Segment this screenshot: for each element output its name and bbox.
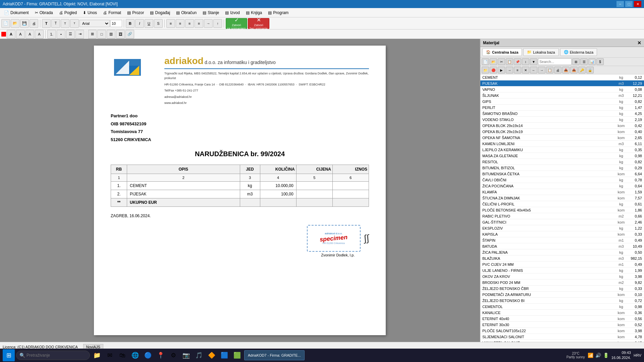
save-close-button[interactable]: ✓ Zatvorisa snimanjem (226, 18, 247, 29)
align-left-button[interactable]: ≡ (166, 19, 175, 28)
tab-centralna[interactable]: 🏠 Centralna baza (482, 48, 522, 56)
close-button[interactable]: ✕ (634, 1, 641, 7)
menu-stanje[interactable]: ▤ Stanje (200, 9, 222, 16)
materials-list[interactable]: CEMENT kg 0,12 PIJESAK m3 12,29 VAPNO kg… (480, 74, 644, 342)
save-button[interactable]: 💾 (20, 19, 29, 28)
panel-cut-btn[interactable]: ✂ (498, 58, 505, 65)
list-item[interactable]: RABIC PLETIVO m2 0,66 (480, 213, 644, 219)
list-item[interactable]: SLJEMENJACI SALONIT kom 4,78 (480, 334, 644, 340)
link-button[interactable]: 🔗 (125, 30, 134, 39)
panel-t2-btn10[interactable]: 🖨 (554, 67, 561, 73)
align-center-button[interactable]: ≡ (176, 19, 184, 28)
panel-t2-btn6[interactable]: ✕ (522, 67, 529, 73)
panel-t2-btn2[interactable]: 🔴 (490, 67, 497, 73)
list-item[interactable]: KAPISLA kom 0,33 (480, 231, 644, 237)
panel-t2-btn8[interactable]: → (538, 67, 545, 73)
taskbar-icon-app3[interactable]: 🟩 (231, 350, 243, 361)
panel-t2-btn3[interactable]: ▶ (498, 67, 505, 73)
list-item[interactable]: RESITOL kg 0,82 (480, 159, 644, 165)
menu-dokument[interactable]: 📄 Dokument (1, 9, 32, 16)
panel-t2-btn9[interactable]: 📋 (546, 67, 553, 73)
list-item[interactable]: VAPNO kg 0,08 (480, 86, 644, 93)
list-button[interactable]: ☰ (66, 30, 75, 39)
list-item[interactable]: CEMENTOL kg 0,98 (480, 304, 644, 310)
panel-sort-btn[interactable]: ↕ (522, 58, 529, 65)
menu-program[interactable]: ▤ Program (265, 9, 291, 16)
taskbar-icon-camera[interactable]: 📷 (180, 350, 192, 361)
list-item[interactable]: BITUMENSKA ČETKA kom 6,64 (480, 171, 644, 177)
list-item[interactable]: KLAMFA kom 1,59 (480, 189, 644, 195)
taskbar-icon-app1[interactable]: 🔶 (206, 350, 217, 361)
panel-t2-btn14[interactable]: 🔒 (586, 67, 594, 73)
list-item[interactable]: ŽICA POCINČANA kg 0,64 (480, 183, 644, 189)
panel-close-button[interactable]: ✕ (637, 40, 641, 46)
list-item[interactable]: OPEKA BLOK 29x19x14 kom 0,42 (480, 123, 644, 129)
tool-a3[interactable]: A (25, 30, 34, 39)
panel-t2-btn12[interactable]: 📤 (570, 67, 578, 73)
taskbar-icon-edge[interactable]: 🌐 (129, 350, 141, 361)
menu-knjiga[interactable]: ▤ Knjiga (243, 9, 265, 16)
print-button[interactable]: 🖨 (30, 19, 38, 28)
tool-a2[interactable]: A (16, 30, 25, 39)
taskbar-icon-media[interactable]: 🎵 (193, 350, 205, 361)
list-item[interactable]: PODMETAČI ZA ARMATURU kom 0,10 (480, 292, 644, 298)
list-item[interactable]: BATUDA m3 10,49 (480, 243, 644, 249)
bullet-button[interactable]: • (57, 30, 65, 39)
maximize-button[interactable]: □ (625, 1, 633, 7)
menu-prozor[interactable]: ▤ Prozor (124, 9, 147, 16)
list-item[interactable]: VODENO STAKLO kg 2,19 (480, 117, 644, 123)
tool-a1[interactable]: A (7, 30, 15, 39)
list-item[interactable]: PERLIT kg 1,47 (480, 105, 644, 111)
col-button[interactable]: ▥ (107, 30, 115, 39)
panel-t2-btn1[interactable]: 📁 (482, 67, 489, 73)
align-justify-button[interactable]: ≡ (195, 19, 203, 28)
list-item[interactable]: ULJE LANENO - FIRNIS kg 1,99 (480, 267, 644, 274)
taskbar-icon-mail[interactable]: ✉ (104, 350, 115, 361)
list-item[interactable]: ŠTAPIN m1 0,49 (480, 237, 644, 243)
new-button[interactable]: 📄 (1, 19, 10, 28)
panel-grid-btn[interactable]: ⊞ (572, 58, 580, 65)
indent-button[interactable]: → (204, 19, 213, 28)
list-item[interactable]: CEMENT kg 0,12 (480, 74, 644, 80)
panel-t2-btn11[interactable]: 📥 (562, 67, 570, 73)
list-item[interactable]: BLAŽUIKA m3 982,15 (480, 255, 644, 261)
list-item[interactable]: ETERNIT 30x30 kom 0,52 (480, 322, 644, 328)
image-button[interactable]: 🖼 (116, 30, 125, 39)
tab-lokalna[interactable]: 📁 Lokalna baza (523, 48, 558, 56)
table-button[interactable]: ⊞ (88, 30, 97, 39)
menu-unos[interactable]: ⬇ Unos (80, 9, 100, 16)
panel-t2-btn7[interactable]: ← (530, 67, 537, 73)
list-item[interactable]: EKSPLOZIV kg 1,22 (480, 225, 644, 231)
list-item[interactable]: PIJESAK m3 12,29 (480, 80, 644, 86)
panel-t2-btn13[interactable]: 🔑 (578, 67, 586, 73)
list-item[interactable]: ŽICA PALJENA kg 0,50 (480, 249, 644, 255)
indent2-button[interactable]: ⇥ (75, 30, 84, 39)
red-indicator[interactable] (1, 32, 6, 37)
text-small-button[interactable]: T (61, 19, 69, 28)
taskbar-search-input[interactable] (16, 351, 90, 360)
menu-obracun[interactable]: ▤ Obračun (173, 9, 199, 16)
panel-filter-btn[interactable]: ▼ (530, 58, 537, 65)
document-area[interactable]: adriakod d.o.o. za informatiku i gradite… (0, 39, 480, 342)
menu-izvod[interactable]: ▤ Izvod (222, 9, 243, 16)
font-family-select[interactable]: Arial (79, 20, 110, 27)
menu-format[interactable]: 🖨 Format (100, 9, 124, 16)
menu-dogadaj[interactable]: ▤ Događaj (147, 9, 173, 16)
list-item[interactable]: ČAVLI OBIČNI kg 0,78 (480, 177, 644, 183)
tab-eksterna[interactable]: 🌐 Eksterna baza (560, 48, 597, 56)
border-button[interactable]: □ (97, 30, 106, 39)
strikethrough-button[interactable]: S (154, 19, 163, 28)
minimize-button[interactable]: − (616, 1, 624, 7)
taskbar-icon-settings[interactable]: ⚙ (168, 350, 179, 361)
tool-a4[interactable]: A (35, 30, 44, 39)
panel-list-btn[interactable]: ☰ (580, 58, 588, 65)
text-t-button[interactable]: T (51, 19, 60, 28)
italic-button[interactable]: I (135, 19, 144, 28)
list-item[interactable]: KAMEN LOMLJENI m3 6,11 (480, 141, 644, 147)
panel-t2-btn4[interactable]: → (506, 67, 513, 73)
list-item[interactable]: PVC CIJEV 24 MM m1 0,49 (480, 261, 644, 267)
panel-copy-btn[interactable]: 📋 (506, 58, 513, 65)
active-app[interactable]: AdriaKOD7 - Firma: GRADITE... (244, 350, 305, 360)
taskbar-icon-app2[interactable]: 🟦 (219, 350, 230, 361)
list-item[interactable]: ČELIČNI L-PROFIL kg 0,61 (480, 201, 644, 207)
